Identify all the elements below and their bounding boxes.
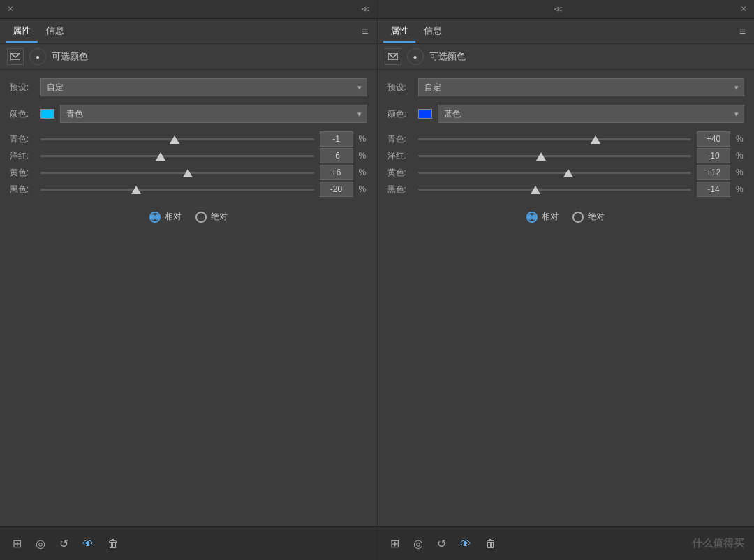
left-yellow-row: 黄色: % <box>10 165 367 180</box>
left-radio-relative[interactable]: 相对 <box>149 211 182 223</box>
right-yellow-label: 黄色: <box>387 167 413 179</box>
right-envelope-icon[interactable] <box>385 48 401 65</box>
right-yellow-value[interactable] <box>697 165 730 180</box>
right-toolbar: ● 可选颜色 <box>378 44 755 70</box>
right-eye2-icon[interactable]: 👁 <box>457 535 474 553</box>
left-radio-absolute-circle <box>195 212 207 223</box>
left-yellow-track[interactable] <box>40 165 314 179</box>
right-history-icon[interactable]: ↺ <box>434 534 449 553</box>
right-panel: ≪ ✕ 属性 信息 ≡ ● 可选颜色 预设: <box>378 0 755 560</box>
right-black-percent: % <box>736 184 744 194</box>
left-yellow-percent: % <box>359 168 367 177</box>
left-tab-info[interactable]: 信息 <box>39 20 71 43</box>
right-tab-info[interactable]: 信息 <box>417 20 449 43</box>
left-color-label: 颜色: <box>10 108 35 120</box>
left-history-icon[interactable]: ↺ <box>57 534 71 553</box>
left-magenta-value[interactable] <box>320 148 353 163</box>
left-preset-select[interactable]: 自定 <box>40 78 367 96</box>
right-section-label: 可选颜色 <box>429 50 466 63</box>
right-circle-icon[interactable]: ● <box>407 48 424 65</box>
right-cyan-label: 青色: <box>387 133 413 145</box>
right-radio-row: 相对 绝对 <box>387 205 745 228</box>
left-panel: ✕ ≪ 属性 信息 ≡ ● 可选颜色 预设: <box>0 0 378 560</box>
left-menu-icon[interactable]: ≡ <box>359 22 371 40</box>
left-radio-row: 相对 绝对 <box>10 205 367 228</box>
left-preset-select-wrapper[interactable]: 自定 <box>40 78 367 96</box>
left-magenta-track[interactable] <box>40 149 314 163</box>
left-collapse-icon[interactable]: ≪ <box>358 3 373 15</box>
left-envelope-icon[interactable] <box>7 48 24 65</box>
right-panel-body: 预设: 自定 颜色: 蓝色 <box>378 70 755 526</box>
left-magenta-label: 洋红: <box>10 150 35 162</box>
right-collapse-icon[interactable]: ≪ <box>551 3 566 15</box>
left-eye2-icon[interactable]: 👁 <box>80 535 96 553</box>
right-preset-select-wrapper[interactable]: 自定 <box>418 78 745 96</box>
watermark: 什么值得买 <box>692 537 744 550</box>
left-layer-icon[interactable]: ⊞ <box>10 534 24 553</box>
right-cyan-value[interactable] <box>697 131 730 147</box>
right-yellow-track[interactable] <box>418 165 692 179</box>
left-radio-relative-label: 相对 <box>165 211 182 223</box>
right-color-label: 颜色: <box>387 108 413 120</box>
left-yellow-value[interactable] <box>320 165 353 180</box>
left-color-row: 颜色: 青色 <box>10 105 367 123</box>
right-black-value[interactable] <box>697 182 730 197</box>
left-magenta-row: 洋红: % <box>10 148 367 163</box>
left-eye-icon[interactable]: ◎ <box>33 534 48 553</box>
right-black-label: 黑色: <box>387 184 413 196</box>
right-tab-properties[interactable]: 属性 <box>383 20 415 43</box>
right-preset-label: 预设: <box>387 82 413 94</box>
right-cyan-row: 青色: % <box>387 131 745 147</box>
left-color-swatch <box>40 109 54 119</box>
left-black-value[interactable] <box>320 182 353 197</box>
left-preset-row: 预设: 自定 <box>10 78 367 96</box>
right-color-select-wrapper[interactable]: 蓝色 <box>438 105 745 123</box>
right-magenta-percent: % <box>736 151 744 161</box>
left-panel-header: 属性 信息 ≡ <box>0 19 377 44</box>
left-cyan-row: 青色: % <box>10 131 367 147</box>
left-cyan-value[interactable] <box>320 131 353 147</box>
left-toolbar: ● 可选颜色 <box>0 44 377 70</box>
right-magenta-value[interactable] <box>697 148 730 163</box>
left-radio-absolute-label: 绝对 <box>211 211 228 223</box>
right-radio-relative[interactable]: 相对 <box>526 211 559 223</box>
right-cyan-track[interactable] <box>418 132 692 146</box>
left-tab-properties[interactable]: 属性 <box>6 20 38 43</box>
right-layer-icon[interactable]: ⊞ <box>387 534 402 553</box>
left-top-bar: ✕ ≪ <box>0 0 377 19</box>
right-top-bar: ≪ ✕ <box>378 0 755 19</box>
left-black-track[interactable] <box>40 182 314 196</box>
left-circle-icon[interactable]: ● <box>29 48 46 65</box>
right-trash-icon[interactable]: 🗑 <box>482 535 499 553</box>
right-eye-icon[interactable]: ◎ <box>411 534 426 553</box>
left-magenta-percent: % <box>359 151 367 161</box>
left-black-label: 黑色: <box>10 184 35 196</box>
right-radio-relative-circle <box>526 212 538 223</box>
right-radio-relative-label: 相对 <box>542 211 559 223</box>
right-yellow-percent: % <box>736 168 744 177</box>
right-panel-header: 属性 信息 ≡ <box>378 19 755 44</box>
left-radio-absolute[interactable]: 绝对 <box>195 211 228 223</box>
left-black-percent: % <box>359 184 367 194</box>
main-content: ✕ ≪ 属性 信息 ≡ ● 可选颜色 预设: <box>0 0 754 560</box>
right-radio-absolute-circle <box>572 212 584 223</box>
left-panel-body: 预设: 自定 颜色: 青色 <box>0 70 377 526</box>
left-preset-label: 预设: <box>10 82 35 94</box>
right-color-select[interactable]: 蓝色 <box>438 105 745 123</box>
left-cyan-label: 青色: <box>10 133 35 145</box>
right-magenta-track[interactable] <box>418 149 692 163</box>
right-preset-row: 预设: 自定 <box>387 78 745 96</box>
left-cyan-track[interactable] <box>40 132 314 146</box>
right-menu-icon[interactable]: ≡ <box>737 22 748 40</box>
right-black-row: 黑色: % <box>387 182 745 197</box>
right-black-track[interactable] <box>418 182 692 196</box>
right-radio-absolute-label: 绝对 <box>588 211 605 223</box>
left-color-select[interactable]: 青色 <box>60 105 367 123</box>
right-preset-select[interactable]: 自定 <box>418 78 745 96</box>
right-radio-absolute[interactable]: 绝对 <box>572 211 605 223</box>
left-trash-icon[interactable]: 🗑 <box>105 535 121 553</box>
right-cyan-percent: % <box>736 134 744 144</box>
left-close-icon[interactable]: ✕ <box>4 3 17 15</box>
left-color-select-wrapper[interactable]: 青色 <box>60 105 367 123</box>
right-close-icon[interactable]: ✕ <box>737 3 750 15</box>
